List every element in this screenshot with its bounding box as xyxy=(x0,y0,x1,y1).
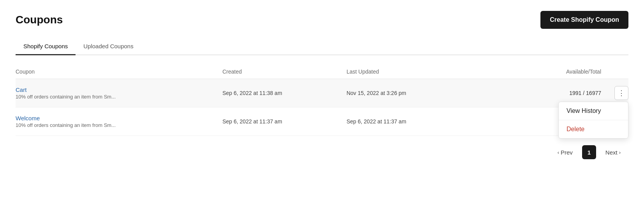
coupon-cell-1: Cart 10% off orders containing an item f… xyxy=(16,86,222,100)
tab-shopify-coupons[interactable]: Shopify Coupons xyxy=(16,38,76,55)
delete-option[interactable]: Delete xyxy=(559,120,628,138)
last-updated-cell-2: Sep 6, 2022 at 11:37 am xyxy=(347,118,501,125)
table-header: Coupon Created Last Updated Available/To… xyxy=(16,65,628,79)
row-menu-button-1[interactable]: ⋮ xyxy=(614,86,628,100)
create-shopify-coupon-button[interactable]: Create Shopify Coupon xyxy=(540,11,628,29)
header-row: Coupons Create Shopify Coupon xyxy=(16,11,628,29)
prev-button[interactable]: ‹ Prev xyxy=(551,146,579,159)
chevron-right-icon: › xyxy=(619,149,621,155)
col-header-coupon: Coupon xyxy=(16,69,222,75)
prev-label: Prev xyxy=(561,149,573,156)
created-cell-2: Sep 6, 2022 at 11:37 am xyxy=(222,118,347,125)
col-header-available-total: Available/Total xyxy=(501,69,605,75)
coupon-name-2[interactable]: Welcome xyxy=(16,115,222,121)
current-page: 1 xyxy=(582,145,596,159)
coupon-desc-1: 10% off orders containing an item from S… xyxy=(16,94,222,100)
page-container: Coupons Create Shopify Coupon Shopify Co… xyxy=(0,0,644,167)
next-button[interactable]: Next › xyxy=(599,146,627,159)
col-header-last-updated: Last Updated xyxy=(347,69,501,75)
coupon-desc-2: 10% off orders containing an item from S… xyxy=(16,122,222,128)
created-cell-1: Sep 6, 2022 at 11:38 am xyxy=(222,90,347,96)
table-row: Cart 10% off orders containing an item f… xyxy=(16,79,628,107)
tabs-row: Shopify Coupons Uploaded Coupons xyxy=(16,38,628,55)
coupon-name-1[interactable]: Cart xyxy=(16,86,222,93)
table-row: Welcome 10% off orders containing an ite… xyxy=(16,107,628,136)
row-actions-1: ⋮ View History Delete xyxy=(605,86,628,100)
table-container: Coupon Created Last Updated Available/To… xyxy=(16,65,628,136)
col-header-created: Created xyxy=(222,69,347,75)
pagination: ‹ Prev 1 Next › xyxy=(16,145,628,159)
last-updated-cell-1: Nov 15, 2022 at 3:26 pm xyxy=(347,90,501,96)
view-history-option[interactable]: View History xyxy=(559,102,628,120)
col-header-actions xyxy=(605,69,628,75)
next-label: Next xyxy=(605,149,618,156)
chevron-left-icon: ‹ xyxy=(558,149,559,155)
page-title: Coupons xyxy=(16,14,63,26)
tab-uploaded-coupons[interactable]: Uploaded Coupons xyxy=(76,38,141,55)
coupon-cell-2: Welcome 10% off orders containing an ite… xyxy=(16,115,222,128)
available-total-cell-1: 1991 / 16977 xyxy=(501,90,605,96)
dropdown-menu-1: View History Delete xyxy=(558,102,628,139)
